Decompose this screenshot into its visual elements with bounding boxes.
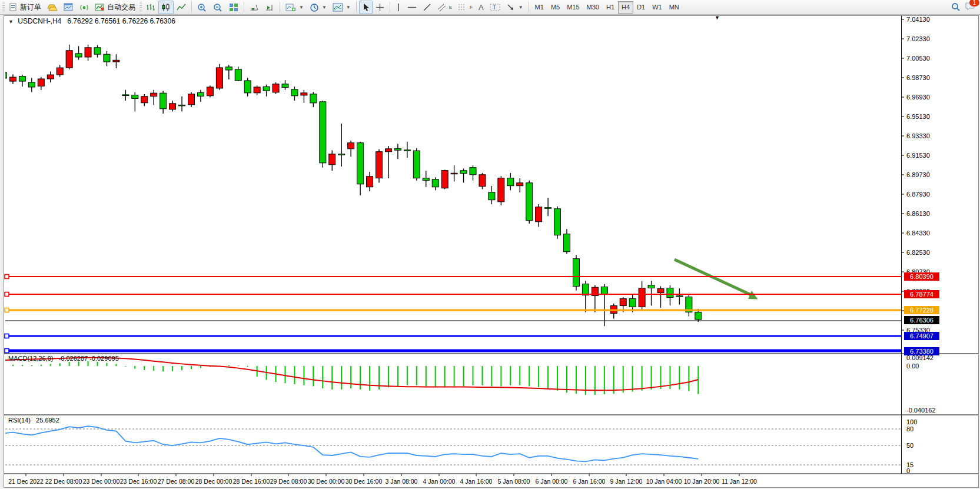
level-anchor-handle[interactable] [5, 334, 9, 338]
chart-canvas [0, 0, 980, 489]
candle-body [441, 171, 448, 188]
candle-body [179, 105, 185, 106]
candle-body [216, 68, 222, 88]
symbol-period-label: USDCNH-,H4 [18, 17, 61, 25]
candle-body [75, 54, 82, 57]
candle-body [648, 285, 655, 288]
candle-body [489, 192, 495, 200]
candle-body [57, 68, 63, 75]
candle-body [526, 183, 533, 221]
candle-body [667, 288, 673, 297]
candle-body [564, 234, 570, 252]
candle-body [394, 148, 401, 150]
candle-body [122, 95, 129, 96]
candle-body [582, 284, 589, 295]
price-badge: 6.78774 [904, 290, 939, 298]
price-badge: 6.73380 [904, 347, 939, 355]
candle-body [85, 48, 91, 57]
candle-body [141, 97, 148, 103]
candle-body [657, 289, 664, 293]
candle-body [629, 298, 636, 307]
candle-body [545, 208, 552, 209]
price-badge: 6.77228 [904, 306, 939, 314]
candle-body [498, 178, 504, 202]
candle-body [517, 183, 523, 186]
candle-body [197, 92, 204, 96]
candle-body [1, 72, 7, 78]
rsi-line [4, 426, 698, 461]
rsi-label: RSI(14) 25.6952 [8, 417, 59, 424]
macd-label: MACD(12,26,9) -0.026287 -0.029095 [8, 355, 119, 362]
candle-body [479, 175, 486, 187]
candle-body [470, 168, 476, 175]
candle-body [9, 77, 16, 81]
candle-body [66, 51, 72, 68]
price-badge: 6.76306 [904, 316, 939, 324]
rsi-value: 25.6952 [36, 417, 59, 424]
candle-body [536, 207, 542, 222]
candle-body [676, 296, 683, 297]
candle-body [301, 93, 307, 95]
candle-body [367, 177, 373, 187]
level-anchor-handle[interactable] [5, 308, 9, 312]
candle-body [385, 149, 391, 152]
candle-body [188, 94, 195, 105]
price-badge: 6.80390 [904, 272, 939, 281]
candle-body [620, 298, 626, 305]
candle-body [573, 259, 579, 287]
candle-body [404, 150, 410, 151]
level-anchor-handle[interactable] [5, 349, 9, 353]
candle-body [170, 104, 176, 109]
candle-body [348, 143, 354, 149]
candle-body [28, 82, 35, 87]
candle-body [413, 151, 420, 178]
candle-body [225, 67, 232, 70]
candle-body [254, 87, 260, 93]
candle-body [273, 84, 279, 92]
candle-body [432, 179, 438, 187]
candle-body [244, 81, 251, 93]
price-badge: 6.74907 [904, 332, 939, 340]
candle-body [329, 154, 335, 165]
candle-body [104, 54, 110, 62]
candle-body [47, 75, 54, 79]
candle-body [19, 76, 25, 81]
candle-body [423, 178, 429, 181]
candle-body [263, 87, 270, 91]
candle-body [320, 102, 326, 163]
candle-body [291, 89, 298, 96]
candle-body [151, 93, 157, 96]
candle-body [310, 94, 317, 103]
candle-body [38, 79, 44, 86]
candle-body [207, 87, 213, 96]
candle-body [451, 173, 457, 174]
level-anchor-handle[interactable] [5, 275, 9, 279]
candle-body [695, 312, 702, 320]
candle-body [376, 152, 383, 178]
candle-body [160, 93, 167, 109]
chart-title: ▼ USDCNH-,H4 6.76292 6.76561 6.76226 6.7… [8, 17, 175, 25]
collapse-triangle-icon[interactable]: ▼ [8, 19, 14, 25]
candle-body [357, 143, 364, 184]
candle-body [94, 48, 101, 54]
candle-body [601, 287, 607, 294]
macd-values: -0.026287 -0.029095 [59, 355, 119, 362]
candle-body [113, 60, 119, 62]
level-anchor-handle[interactable] [5, 292, 9, 297]
candle-body [235, 69, 241, 81]
ohlc-values: 6.76292 6.76561 6.76226 6.76306 [67, 17, 175, 25]
candle-body [554, 209, 561, 235]
candle-body [132, 95, 138, 99]
chart-shift-marker[interactable]: ▼ [715, 15, 720, 21]
candle-body [507, 178, 514, 186]
candle-body [639, 288, 645, 307]
candle-body [282, 84, 288, 88]
candle-body [460, 171, 467, 174]
candle-body [338, 154, 345, 155]
